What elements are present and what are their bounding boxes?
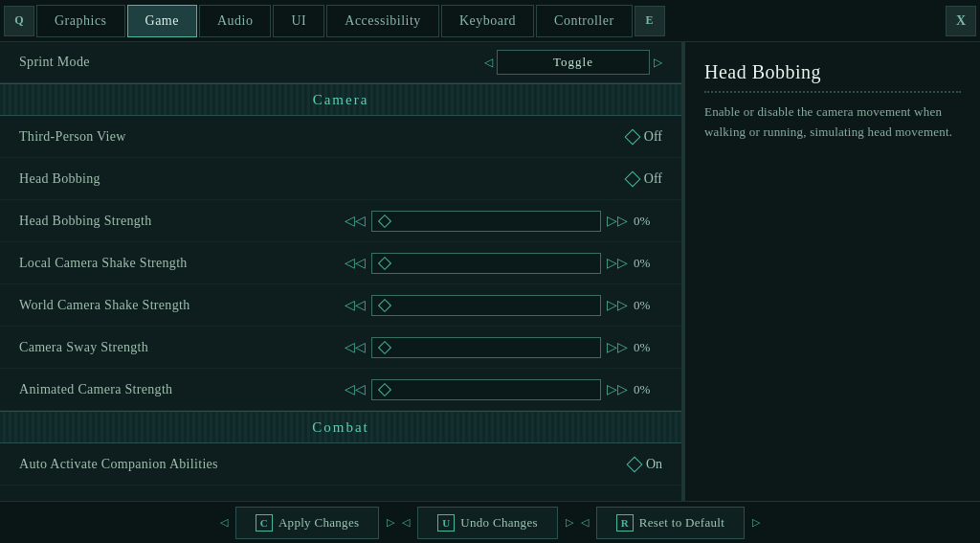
head-bobbing-strength-row[interactable]: Head Bobbing Strength ◁◁ ▷▷ 0% xyxy=(0,200,681,242)
slider-track-3[interactable] xyxy=(371,295,601,316)
local-camera-shake-row[interactable]: Local Camera Shake Strength ◁◁ ▷▷ 0% xyxy=(0,242,681,284)
world-camera-shake-row[interactable]: World Camera Shake Strength ◁◁ ▷▷ 0% xyxy=(0,284,681,327)
toggle-right-arrow[interactable]: ▷ xyxy=(654,56,662,70)
top-navigation: Q Graphics Game Audio UI Accessibility K… xyxy=(0,0,980,42)
info-panel-description: Enable or disable the camera movement wh… xyxy=(704,102,961,143)
undo-key-badge: U xyxy=(437,514,455,532)
third-person-view-control[interactable]: Off xyxy=(627,129,662,145)
combat-section-header: Combat xyxy=(0,411,681,443)
head-bobbing-value: Off xyxy=(644,171,662,187)
slider-thumb xyxy=(378,214,391,227)
slider-left-arrow-4[interactable]: ◁◁ xyxy=(345,339,366,355)
head-bobbing-control[interactable]: Off xyxy=(627,171,662,187)
sprint-mode-label: Sprint Mode xyxy=(19,55,484,70)
local-camera-shake-control[interactable]: ◁◁ ▷▷ 0% xyxy=(345,253,662,274)
q-corner-button[interactable]: Q xyxy=(4,6,34,36)
e-corner-button[interactable]: E xyxy=(635,6,665,36)
slider-thumb-2 xyxy=(378,256,391,269)
reset-chevron-right: ▷ xyxy=(752,516,760,529)
world-camera-shake-control[interactable]: ◁◁ ▷▷ 0% xyxy=(345,295,662,316)
camera-sway-label: Camera Sway Strength xyxy=(19,340,345,355)
world-camera-shake-label: World Camera Shake Strength xyxy=(19,298,345,313)
settings-panel[interactable]: Sprint Mode ◁ Toggle ▷ Camera Third-Pers… xyxy=(0,42,683,501)
tab-controller[interactable]: Controller xyxy=(536,5,633,37)
undo-chevron-left: ◁ xyxy=(402,516,410,529)
slider-track-5[interactable] xyxy=(371,379,601,400)
camera-section-header: Camera xyxy=(0,83,681,116)
auto-activate-companion-row[interactable]: Auto Activate Companion Abilities On xyxy=(0,443,681,486)
auto-activate-companion-label: Auto Activate Companion Abilities xyxy=(19,457,629,472)
local-camera-shake-label: Local Camera Shake Strength xyxy=(19,256,345,271)
slider-track-4[interactable] xyxy=(371,337,601,358)
slider-thumb-3 xyxy=(378,298,391,311)
animated-camera-control[interactable]: ◁◁ ▷▷ 0% xyxy=(345,379,662,400)
world-camera-shake-value: 0% xyxy=(634,298,662,313)
slider-left-arrow[interactable]: ◁◁ xyxy=(345,213,366,229)
slider-right-arrows-3[interactable]: ▷▷ xyxy=(607,297,628,313)
toggle-left-arrow[interactable]: ◁ xyxy=(484,56,493,70)
slider-right-arrows[interactable]: ▷▷ xyxy=(607,213,628,229)
combat-section-title: Combat xyxy=(293,419,389,436)
slider-right-arrows-2[interactable]: ▷▷ xyxy=(607,255,628,271)
camera-sway-value: 0% xyxy=(634,340,662,355)
head-bobbing-strength-label: Head Bobbing Strength xyxy=(19,214,345,229)
camera-section-title: Camera xyxy=(294,92,389,108)
reset-to-default-button[interactable]: R Reset to Default xyxy=(596,507,745,539)
local-camera-shake-value: 0% xyxy=(634,256,662,271)
animated-camera-value: 0% xyxy=(634,382,662,397)
animated-camera-label: Animated Camera Strength xyxy=(19,382,345,397)
apply-changes-label: Apply Changes xyxy=(278,515,359,531)
slider-right-arrows-5[interactable]: ▷▷ xyxy=(607,381,628,397)
tab-ui[interactable]: UI xyxy=(273,5,324,37)
slider-left-arrow-3[interactable]: ◁◁ xyxy=(345,297,366,313)
tab-audio[interactable]: Audio xyxy=(199,5,272,37)
tab-keyboard[interactable]: Keyboard xyxy=(441,5,534,37)
apply-chevron-left: ◁ xyxy=(220,516,228,529)
slider-thumb-5 xyxy=(378,382,391,396)
info-panel-title: Head Bobbing xyxy=(704,61,961,93)
diamond-off-icon-2 xyxy=(624,170,640,187)
tab-game[interactable]: Game xyxy=(127,5,197,37)
slider-track-2[interactable] xyxy=(371,253,601,274)
head-bobbing-strength-value: 0% xyxy=(634,214,662,229)
camera-sway-control[interactable]: ◁◁ ▷▷ 0% xyxy=(345,337,662,358)
close-button[interactable]: X xyxy=(946,6,976,36)
reset-to-default-label: Reset to Default xyxy=(639,515,724,531)
apply-key-badge: C xyxy=(256,514,273,532)
apply-chevron-right: ▷ xyxy=(387,516,394,529)
apply-changes-button[interactable]: C Apply Changes xyxy=(235,507,379,539)
auto-activate-companion-control[interactable]: On xyxy=(629,457,662,472)
tab-graphics[interactable]: Graphics xyxy=(36,5,125,37)
head-bobbing-strength-control[interactable]: ◁◁ ▷▷ 0% xyxy=(345,211,662,232)
sprint-mode-row: Sprint Mode ◁ Toggle ▷ xyxy=(0,42,681,83)
diamond-on-icon xyxy=(626,456,642,472)
undo-changes-label: Undo Changes xyxy=(460,515,538,531)
head-bobbing-row[interactable]: Head Bobbing Off xyxy=(0,158,681,200)
slider-thumb-4 xyxy=(378,340,391,353)
third-person-view-value: Off xyxy=(644,129,662,145)
reset-chevron-left: ◁ xyxy=(581,516,589,529)
slider-track[interactable] xyxy=(371,211,601,232)
main-content: Sprint Mode ◁ Toggle ▷ Camera Third-Pers… xyxy=(0,42,980,501)
third-person-view-label: Third-Person View xyxy=(19,129,627,145)
bottom-action-bar: ◁ C Apply Changes ▷ ◁ U Undo Changes ▷ ◁… xyxy=(0,501,980,543)
slider-right-arrows-4[interactable]: ▷▷ xyxy=(607,339,628,355)
third-person-view-row[interactable]: Third-Person View Off xyxy=(0,116,681,158)
sprint-mode-control[interactable]: ◁ Toggle ▷ xyxy=(484,50,662,75)
undo-changes-button[interactable]: U Undo Changes xyxy=(417,507,558,539)
diamond-off-icon xyxy=(624,128,640,145)
info-panel: Head Bobbing Enable or disable the camer… xyxy=(683,42,980,501)
reset-key-badge: R xyxy=(616,514,634,532)
undo-chevron-right: ▷ xyxy=(566,516,573,529)
head-bobbing-label: Head Bobbing xyxy=(19,171,627,187)
auto-activate-companion-value: On xyxy=(646,457,662,472)
tab-accessibility[interactable]: Accessibility xyxy=(326,5,439,37)
animated-camera-row[interactable]: Animated Camera Strength ◁◁ ▷▷ 0% xyxy=(0,369,681,411)
slider-left-arrow-2[interactable]: ◁◁ xyxy=(345,255,366,271)
sprint-mode-value: Toggle xyxy=(497,50,650,75)
slider-left-arrow-5[interactable]: ◁◁ xyxy=(345,381,366,397)
camera-sway-row[interactable]: Camera Sway Strength ◁◁ ▷▷ 0% xyxy=(0,327,681,369)
